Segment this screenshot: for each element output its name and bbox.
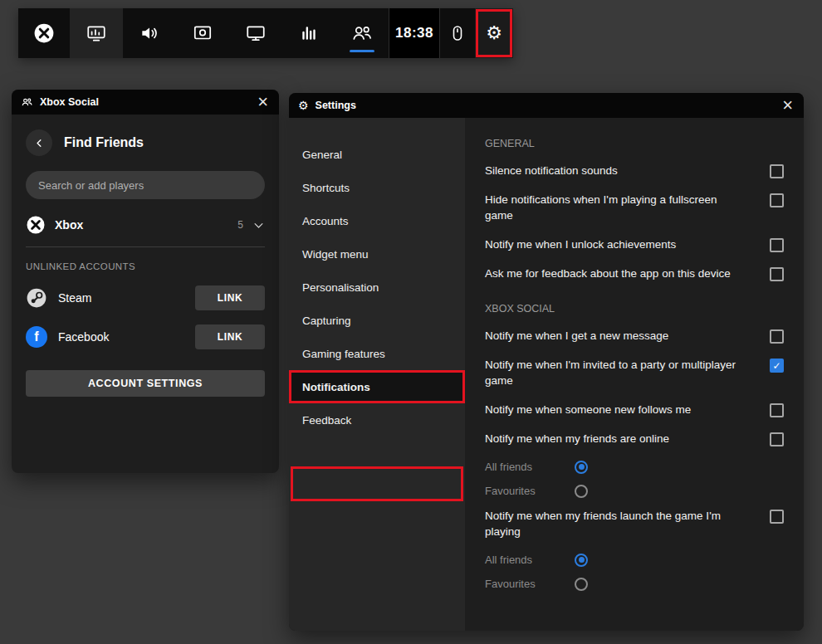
- radio-option-all-friends: All friends: [485, 461, 784, 474]
- broadcast-button[interactable]: [229, 8, 282, 58]
- xbox-logo-icon: [26, 215, 46, 235]
- settings-button[interactable]: ⚙: [475, 8, 513, 58]
- menu-item-gaming-features[interactable]: Gaming features: [289, 337, 465, 370]
- mouse-icon: [448, 23, 467, 43]
- radio-button[interactable]: [575, 554, 588, 567]
- account-row-steam: Steam LINK: [26, 285, 265, 310]
- link-facebook-button[interactable]: LINK: [195, 324, 265, 349]
- close-icon[interactable]: ×: [780, 96, 795, 115]
- radio-button[interactable]: [575, 485, 588, 498]
- clock: 18:38: [389, 8, 440, 58]
- checkbox[interactable]: ✓: [770, 329, 784, 344]
- xbox-home-button[interactable]: [18, 8, 70, 58]
- performance-button[interactable]: [282, 8, 335, 58]
- account-settings-button[interactable]: ACCOUNT SETTINGS: [26, 370, 265, 397]
- check-icon: ✓: [772, 361, 780, 371]
- setting-row: Notify me when I get a new message ✓: [485, 329, 784, 344]
- desktop-background: 18:38 ⚙ Xbox Soc: [0, 0, 822, 644]
- group-label: Xbox: [55, 218, 83, 232]
- menu-item-widget-menu[interactable]: Widget menu: [289, 237, 465, 271]
- settings-menu: General Shortcuts Accounts Widget menu P…: [289, 118, 465, 631]
- section-header-xbox-social: XBOX SOCIAL: [485, 303, 784, 315]
- divider: [26, 246, 265, 247]
- checkbox[interactable]: ✓: [770, 359, 784, 373]
- capture-icon: [192, 22, 213, 44]
- account-name: Facebook: [58, 330, 109, 344]
- widget-menu-icon: [86, 22, 107, 44]
- audio-button[interactable]: [123, 8, 176, 58]
- unlinked-accounts-header: UNLINKED ACCOUNTS: [26, 261, 265, 271]
- setting-row: Silence notification sounds ✓: [485, 163, 784, 179]
- active-tab-indicator: [350, 50, 374, 52]
- menu-item-personalisation[interactable]: Personalisation: [289, 271, 465, 304]
- facebook-icon: f: [26, 326, 47, 348]
- search-input[interactable]: [26, 171, 265, 199]
- display-icon: [245, 22, 267, 44]
- menu-item-feedback[interactable]: Feedback: [289, 403, 465, 437]
- checkbox[interactable]: ✓: [770, 432, 784, 446]
- mouse-passthrough-button[interactable]: [440, 8, 475, 58]
- radio-option-all-friends: All friends: [485, 554, 784, 567]
- social-button[interactable]: [335, 8, 389, 58]
- setting-row: Notify me when my friends are online ✓: [485, 432, 784, 447]
- checkbox[interactable]: ✓: [770, 403, 784, 417]
- window-title: Settings: [316, 100, 356, 111]
- account-row-facebook: f Facebook LINK: [26, 324, 265, 349]
- capture-button[interactable]: [176, 8, 229, 58]
- menu-item-accounts[interactable]: Accounts: [289, 204, 465, 237]
- setting-row: Notify me when someone new follows me ✓: [485, 402, 784, 418]
- xbox-social-window: Xbox Social × Find Friends: [12, 90, 279, 473]
- checkbox[interactable]: ✓: [770, 193, 784, 207]
- steam-icon: [26, 287, 47, 309]
- widget-menu-button[interactable]: [70, 8, 123, 58]
- bar-chart-icon: [298, 22, 320, 44]
- xbox-friends-group[interactable]: Xbox 5: [26, 212, 265, 237]
- checkbox[interactable]: ✓: [770, 238, 784, 252]
- section-header-general: GENERAL: [485, 138, 784, 149]
- notifications-settings-pane: GENERAL Silence notification sounds ✓ Hi…: [465, 118, 804, 631]
- radio-button[interactable]: [575, 461, 588, 474]
- radio-option-favourites: Favourites: [485, 578, 784, 591]
- page-title: Find Friends: [64, 135, 144, 150]
- menu-item-general[interactable]: General: [289, 138, 465, 171]
- close-icon[interactable]: ×: [256, 93, 270, 111]
- setting-row: Notify me when I'm invited to a party or…: [485, 358, 784, 389]
- settings-window: ⚙ Settings × General Shortcuts Accounts …: [289, 93, 804, 631]
- checkbox[interactable]: ✓: [770, 267, 784, 281]
- xbox-social-titlebar[interactable]: Xbox Social ×: [12, 90, 279, 115]
- chevron-left-icon: [34, 138, 45, 149]
- menu-item-capturing[interactable]: Capturing: [289, 304, 465, 337]
- setting-row: Ask me for feedback about the app on thi…: [485, 266, 784, 282]
- setting-row: Notify me when I unlock achievements ✓: [485, 237, 784, 253]
- friend-count-badge: 5: [237, 219, 243, 231]
- menu-item-shortcuts[interactable]: Shortcuts: [289, 171, 465, 204]
- people-icon: [21, 96, 33, 108]
- menu-item-notifications[interactable]: Notifications: [289, 370, 465, 403]
- radio-button[interactable]: [575, 578, 588, 591]
- link-steam-button[interactable]: LINK: [195, 285, 265, 310]
- account-name: Steam: [58, 291, 91, 305]
- setting-row: Notify me when my friends launch the gam…: [485, 509, 784, 540]
- speaker-icon: [139, 22, 160, 44]
- gear-icon: ⚙: [298, 100, 309, 111]
- settings-titlebar[interactable]: ⚙ Settings ×: [289, 93, 804, 118]
- checkbox[interactable]: ✓: [770, 510, 784, 524]
- xbox-social-body: Find Friends Xbox 5 UNLI: [12, 115, 279, 397]
- xbox-logo-icon: [33, 22, 55, 44]
- gear-icon: ⚙: [486, 24, 502, 42]
- checkbox[interactable]: ✓: [770, 164, 784, 178]
- game-bar-toolbar: 18:38 ⚙: [18, 8, 513, 58]
- setting-row: Hide notifications when I'm playing a fu…: [485, 193, 784, 224]
- people-icon: [350, 22, 374, 44]
- back-button[interactable]: [26, 129, 52, 156]
- window-title: Xbox Social: [40, 96, 99, 108]
- radio-option-favourites: Favourites: [485, 485, 784, 498]
- chevron-down-icon: [252, 219, 265, 232]
